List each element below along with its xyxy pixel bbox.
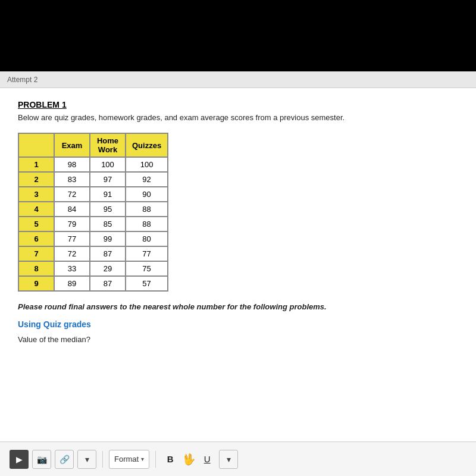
quiz-cell: 77 [126, 246, 168, 261]
quiz-cell: 90 [126, 187, 168, 202]
exam-cell: 98 [54, 157, 90, 172]
quiz-cell: 88 [126, 202, 168, 217]
exam-cell: 84 [54, 202, 90, 217]
row-number: 7 [18, 246, 54, 261]
exam-cell: 77 [54, 231, 90, 246]
row-number: 8 [18, 261, 54, 276]
quiz-cell: 92 [126, 172, 168, 187]
format-dropdown[interactable]: Format ▾ [109, 450, 149, 469]
format-chevron-icon: ▾ [141, 456, 144, 462]
row-number: 2 [18, 172, 54, 187]
problem-description: Below are quiz grades, homework grades, … [18, 113, 458, 122]
top-bar-text: Attempt 2 [7, 76, 37, 84]
problem-title: PROBLEM 1 [18, 100, 458, 109]
question-label: Value of the median? [18, 335, 458, 344]
homework-cell: 87 [90, 276, 126, 291]
quiz-cell: 100 [126, 157, 168, 172]
chevron-down-button[interactable]: ▾ [77, 450, 96, 469]
exam-cell: 72 [54, 187, 90, 202]
table-row: 9898757 [18, 276, 168, 291]
table-row: 2839792 [18, 172, 168, 187]
homework-cell: 85 [90, 217, 126, 231]
row-number: 1 [18, 157, 54, 172]
row-number: 3 [18, 187, 54, 202]
table-row: 8332975 [18, 261, 168, 276]
homework-cell: 99 [90, 231, 126, 246]
section-label: Using Quiz grades [18, 320, 458, 329]
exam-cell: 83 [54, 172, 90, 187]
bold-button[interactable]: B [162, 451, 178, 468]
homework-cell: 97 [90, 172, 126, 187]
link-button[interactable]: 🔗 [55, 450, 74, 469]
quiz-cell: 57 [126, 276, 168, 291]
table-row: 6779980 [18, 231, 168, 246]
separator-1 [102, 451, 103, 468]
homework-cell: 29 [90, 261, 126, 276]
quiz-cell: 75 [126, 261, 168, 276]
exam-cell: 89 [54, 276, 90, 291]
separator-2 [155, 451, 156, 468]
table-row: 4849588 [18, 202, 168, 217]
table-row: 3729190 [18, 187, 168, 202]
row-number: 4 [18, 202, 54, 217]
col-header-quizzes: Quizzes [126, 133, 168, 157]
row-number: 9 [18, 276, 54, 291]
homework-cell: 100 [90, 157, 126, 172]
row-number: 6 [18, 231, 54, 246]
data-table: Exam HomeWork Quizzes 198100100283979237… [18, 133, 458, 292]
row-number: 5 [18, 217, 54, 231]
homework-cell: 95 [90, 202, 126, 217]
exam-cell: 33 [54, 261, 90, 276]
col-header-homework: HomeWork [90, 133, 126, 157]
quiz-cell: 88 [126, 217, 168, 231]
table-row: 198100100 [18, 157, 168, 172]
exam-cell: 72 [54, 246, 90, 261]
homework-cell: 87 [90, 246, 126, 261]
col-header-empty [18, 133, 54, 157]
rounding-note: Please round final answers to the neares… [18, 302, 458, 311]
camera-button[interactable]: 📷 [32, 450, 51, 469]
quiz-cell: 80 [126, 231, 168, 246]
play-button[interactable]: ▶ [10, 450, 29, 469]
toolbar: ▶ 📷 🔗 ▾ Format ▾ B 🖖 U ▾ [0, 441, 476, 476]
underline-button[interactable]: U [199, 451, 215, 468]
more-button[interactable]: ▾ [219, 450, 238, 469]
homework-cell: 91 [90, 187, 126, 202]
col-header-exam: Exam [54, 133, 90, 157]
table-row: 5798588 [18, 217, 168, 231]
table-row: 7728777 [18, 246, 168, 261]
format-label: Format [114, 455, 139, 464]
exam-cell: 79 [54, 217, 90, 231]
hand-icon[interactable]: 🖖 [182, 453, 195, 466]
